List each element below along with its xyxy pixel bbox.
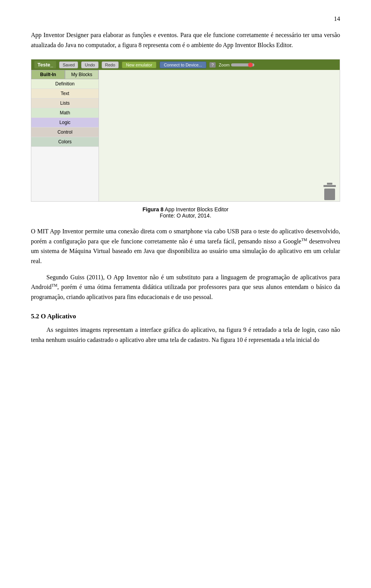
paragraph1-text: O MIT App Inventor permite uma conexão d… bbox=[31, 228, 340, 245]
help-button[interactable]: ? bbox=[209, 62, 216, 68]
trash-body bbox=[324, 189, 335, 200]
undo-button[interactable]: Undo bbox=[81, 61, 98, 68]
page-number: 14 bbox=[31, 15, 340, 22]
tab-myblocks[interactable]: My Blocks bbox=[65, 70, 99, 79]
figure-caption: Figura 8 App Inventor Blocks Editor Font… bbox=[31, 206, 340, 219]
sidebar-item-text[interactable]: Text bbox=[31, 89, 99, 99]
section-heading: 5.2 O Aplicativo bbox=[31, 313, 340, 320]
intro-paragraph: App Inventor Designer para elaborar as f… bbox=[31, 30, 340, 50]
android-tm: TM bbox=[51, 283, 57, 287]
blocks-sidebar: Built-In My Blocks Definition Text Lists… bbox=[31, 70, 99, 201]
sidebar-item-definition[interactable]: Definition bbox=[31, 79, 99, 89]
sidebar-item-logic[interactable]: Logic bbox=[31, 118, 99, 127]
zoom-slider[interactable] bbox=[231, 63, 254, 66]
figure-title: Figura 8 App Inventor Blocks Editor bbox=[31, 206, 340, 212]
zoom-label: Zoom bbox=[219, 63, 230, 67]
zoom-knob bbox=[248, 63, 253, 67]
paragraph-mit: O MIT App Inventor permite uma conexão d… bbox=[31, 226, 340, 266]
figure-source: Fonte: O Autor, 2014. bbox=[31, 212, 340, 219]
connect-device-button[interactable]: Connect to Device... bbox=[160, 61, 206, 68]
paragraph-guiss: Segundo Guiss (2011), O App Inventor não… bbox=[31, 272, 340, 302]
trash-icon bbox=[323, 183, 336, 197]
project-name: Teste_ bbox=[34, 61, 56, 68]
screenshot-figure: Teste_ Saved Undo Redo New emulator Conn… bbox=[31, 59, 340, 202]
redo-button[interactable]: Redo bbox=[102, 61, 119, 68]
new-emulator-button[interactable]: New emulator bbox=[122, 61, 157, 68]
blocks-tabs: Built-In My Blocks bbox=[31, 70, 99, 79]
zoom-control: Zoom bbox=[219, 63, 254, 67]
paragraph2-cont: , porém é uma ótima ferramenta didática … bbox=[31, 284, 340, 300]
trash-lid bbox=[323, 185, 336, 187]
sidebar-item-control[interactable]: Control bbox=[31, 127, 99, 137]
sidebar-item-math[interactable]: Math bbox=[31, 108, 99, 118]
screenshot-toolbar: Teste_ Saved Undo Redo New emulator Conn… bbox=[31, 59, 340, 70]
paragraph-section: As seguintes imagens representam a inter… bbox=[31, 325, 340, 345]
saved-button[interactable]: Saved bbox=[59, 61, 78, 68]
tab-builtin[interactable]: Built-In bbox=[31, 70, 65, 79]
trash-handle bbox=[327, 183, 332, 185]
section-number: 5.2 bbox=[31, 313, 39, 320]
sidebar-item-colors[interactable]: Colors bbox=[31, 137, 99, 147]
google-tm: TM bbox=[301, 237, 307, 241]
sidebar-item-lists[interactable]: Lists bbox=[31, 99, 99, 108]
figure-label: Figura 8 bbox=[143, 206, 163, 212]
screenshot-body: Built-In My Blocks Definition Text Lists… bbox=[31, 70, 340, 201]
blocks-canvas bbox=[99, 70, 340, 201]
